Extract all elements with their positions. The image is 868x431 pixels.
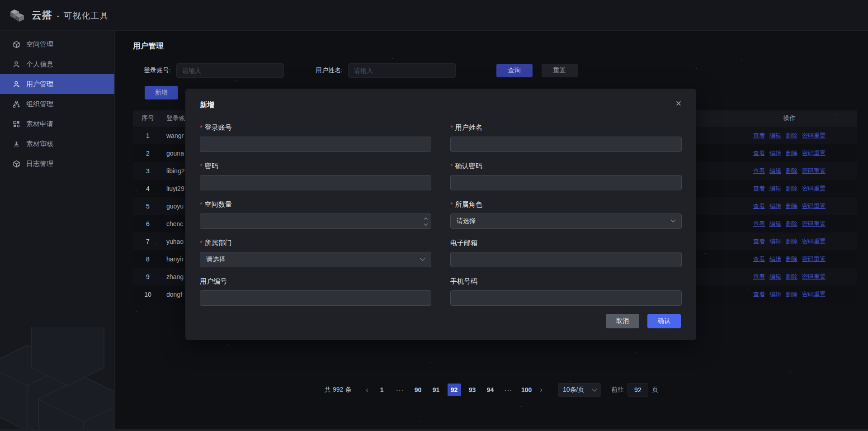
cancel-button[interactable]: 取消 <box>606 314 639 328</box>
reset-password-link[interactable]: 密码重置 <box>802 220 826 227</box>
page-number-93[interactable]: 93 <box>466 384 479 396</box>
goto-label: 前往 <box>611 386 624 394</box>
confirm-button[interactable]: 确认 <box>647 314 681 328</box>
sidebar-item-org-management[interactable]: 组织管理 <box>0 94 114 114</box>
stepper-up-icon[interactable] <box>424 218 428 221</box>
user-name-input[interactable] <box>457 141 675 148</box>
modal-form: *登录账号 *用户姓名 *密码 *确认密码 *空间数量 <box>200 123 682 306</box>
stepper-down-icon[interactable] <box>424 222 428 226</box>
view-link[interactable]: 查看 <box>753 167 765 174</box>
add-user-modal: 新增 × *登录账号 *用户姓名 *密码 *确认密码 *空间数量 <box>185 89 696 340</box>
field-space-count: *空间数量 <box>200 200 431 229</box>
cell-operations: 查看编辑删除密码重置 <box>722 132 857 140</box>
page-number-100[interactable]: 100 <box>520 384 533 396</box>
account-filter-input[interactable] <box>176 63 284 78</box>
name-filter-input[interactable] <box>348 63 456 78</box>
delete-link[interactable]: 删除 <box>786 220 797 227</box>
reset-password-link[interactable]: 密码重置 <box>802 132 826 139</box>
pagination-total: 共 992 条 <box>325 386 351 394</box>
department-select[interactable]: 请选择 <box>200 252 431 267</box>
delete-link[interactable]: 删除 <box>786 185 797 192</box>
edit-link[interactable]: 编辑 <box>769 132 781 139</box>
sidebar-item-label: 组织管理 <box>26 100 53 109</box>
filter-bar: 登录账号: 用户姓名: 查询 重置 <box>144 63 578 78</box>
delete-link[interactable]: 删除 <box>786 203 797 209</box>
role-select[interactable]: 请选择 <box>450 213 682 229</box>
reset-password-link[interactable]: 密码重置 <box>802 238 826 245</box>
reset-password-link[interactable]: 密码重置 <box>802 167 826 174</box>
view-link[interactable]: 查看 <box>753 291 765 298</box>
cell-operations: 查看编辑删除密码重置 <box>722 220 857 228</box>
header-seq: 序号 <box>133 114 163 123</box>
add-user-button[interactable]: 新增 <box>145 86 178 99</box>
email-input[interactable] <box>457 256 675 263</box>
edit-link[interactable]: 编辑 <box>769 203 781 209</box>
view-link[interactable]: 查看 <box>753 203 765 209</box>
prev-page-arrow[interactable]: ‹ <box>361 386 373 394</box>
sidebar-item-personal-info[interactable]: 个人信息 <box>0 54 114 74</box>
required-asterisk: * <box>200 239 203 246</box>
view-link[interactable]: 查看 <box>753 256 765 262</box>
reset-password-link[interactable]: 密码重置 <box>802 273 826 280</box>
delete-link[interactable]: 删除 <box>786 238 797 245</box>
pages-ellipsis-left[interactable]: ··· <box>393 384 407 396</box>
sidebar-item-material-apply[interactable]: 素材申请 <box>0 114 114 134</box>
delete-link[interactable]: 删除 <box>786 132 797 139</box>
sidebar-menu: 空间管理 个人信息 用户管理 <box>0 31 114 174</box>
view-link[interactable]: 查看 <box>753 132 765 139</box>
user-code-input[interactable] <box>206 294 425 302</box>
edit-link[interactable]: 编辑 <box>769 256 781 262</box>
page-number-92-active[interactable]: 92 <box>448 384 461 396</box>
phone-input[interactable] <box>457 294 675 302</box>
page-number-1[interactable]: 1 <box>375 384 389 396</box>
required-asterisk: * <box>200 123 203 131</box>
close-icon[interactable]: × <box>673 98 684 109</box>
page-number-94[interactable]: 94 <box>484 384 497 396</box>
field-phone: 手机号码 <box>450 277 682 306</box>
edit-link[interactable]: 编辑 <box>769 291 781 298</box>
login-account-input[interactable] <box>206 141 425 148</box>
reset-password-link[interactable]: 密码重置 <box>802 291 826 298</box>
reset-password-link[interactable]: 密码重置 <box>802 185 826 192</box>
page-number-90[interactable]: 90 <box>411 384 425 396</box>
reset-password-link[interactable]: 密码重置 <box>802 256 826 262</box>
delete-link[interactable]: 删除 <box>786 167 797 174</box>
pages-ellipsis-right[interactable]: ··· <box>502 384 515 396</box>
edit-link[interactable]: 编辑 <box>769 238 781 245</box>
edit-link[interactable]: 编辑 <box>769 220 781 227</box>
sidebar-item-material-review[interactable]: 素材审核 <box>0 134 114 154</box>
sidebar-item-space-management[interactable]: 空间管理 <box>0 34 114 54</box>
reset-password-link[interactable]: 密码重置 <box>802 150 826 156</box>
edit-link[interactable]: 编辑 <box>769 150 781 156</box>
confirm-password-input[interactable] <box>457 179 675 186</box>
goto-page-input[interactable] <box>627 383 648 397</box>
view-link[interactable]: 查看 <box>753 150 765 156</box>
space-count-input[interactable] <box>206 218 425 225</box>
field-label: 空间数量 <box>205 200 232 208</box>
view-link[interactable]: 查看 <box>753 238 765 245</box>
view-link[interactable]: 查看 <box>753 220 765 227</box>
search-button[interactable]: 查询 <box>496 64 533 77</box>
view-link[interactable]: 查看 <box>753 185 765 192</box>
next-page-arrow[interactable]: › <box>536 386 547 394</box>
number-stepper[interactable] <box>425 214 427 229</box>
edit-link[interactable]: 编辑 <box>769 185 781 192</box>
reset-button[interactable]: 重置 <box>542 64 578 77</box>
delete-link[interactable]: 删除 <box>786 291 797 298</box>
page-number-91[interactable]: 91 <box>429 384 443 396</box>
page-size-select[interactable]: 10条/页 <box>558 383 601 397</box>
sidebar-item-user-management[interactable]: 用户管理 <box>0 74 114 94</box>
password-input[interactable] <box>206 179 425 186</box>
delete-link[interactable]: 删除 <box>786 150 797 156</box>
sidebar-item-log-management[interactable]: 日志管理 <box>0 154 114 174</box>
delete-link[interactable]: 删除 <box>786 273 797 280</box>
brand-separator: • <box>57 13 59 20</box>
view-link[interactable]: 查看 <box>753 273 765 280</box>
edit-link[interactable]: 编辑 <box>769 167 781 174</box>
delete-link[interactable]: 删除 <box>786 256 797 262</box>
edit-link[interactable]: 编辑 <box>769 273 781 280</box>
reset-password-link[interactable]: 密码重置 <box>802 203 826 209</box>
name-filter-label: 用户姓名: <box>316 66 343 75</box>
bottom-strip-decoration <box>0 429 868 431</box>
cell-operations: 查看编辑删除密码重置 <box>722 202 857 210</box>
